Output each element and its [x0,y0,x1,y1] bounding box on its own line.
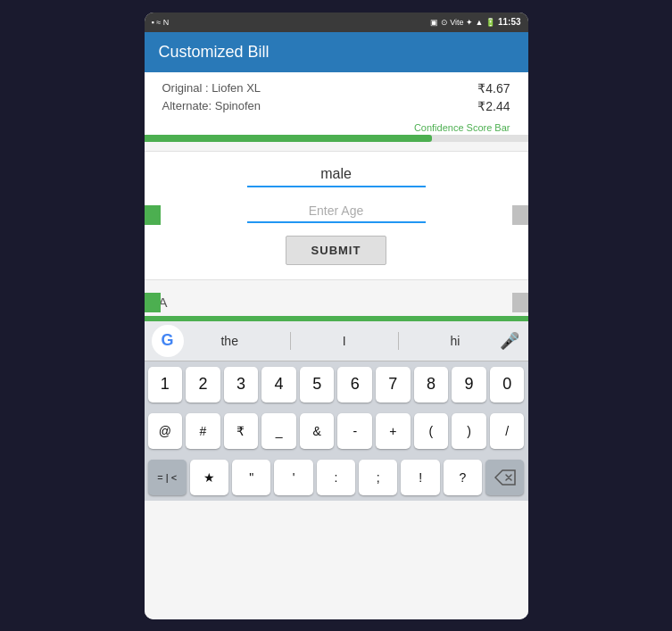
key-2[interactable]: 2 [186,367,220,403]
symbols-row-2: = | < ★ " ' : ; ! ? [145,454,528,501]
alternate-label: Alternate: Spinofen [162,99,261,112]
form-section: male SUBMIT [145,151,528,280]
left-bar-indicator [145,205,161,225]
status-icons: ▣ ⊙ Vite ✦ ▲ 🔋 [430,18,495,27]
a-green-bar [145,293,161,312]
confidence-label: Confidence Score Bar [414,122,510,133]
key-hash[interactable]: # [186,413,220,449]
alternate-price: ₹2.44 [477,99,510,113]
key-9[interactable]: 9 [452,367,486,403]
status-left-icons: ▪ ≈ N [152,18,170,27]
keyboard-suggestions: G the I hi 🎤 [145,321,528,361]
symbols-row-1: @ # ₹ _ & - + ( ) / [145,408,528,454]
suggestion-hi[interactable]: hi [442,330,469,352]
key-minus[interactable]: - [337,413,372,449]
key-3[interactable]: 3 [224,367,259,403]
original-row: Original : Liofen XL ₹4.67 [162,79,510,97]
status-time: 11:53 [498,17,521,27]
app-header: Customized Bill [145,32,528,72]
key-exclaim[interactable]: ! [401,460,439,495]
key-0[interactable]: 0 [490,367,525,403]
number-row: 1 2 3 4 5 6 7 8 9 0 [145,361,528,408]
phone-frame: ▪ ≈ N ▣ ⊙ Vite ✦ ▲ 🔋 11:53 Customized Bi… [145,12,528,619]
submit-button[interactable]: SUBMIT [286,236,387,265]
key-5[interactable]: 5 [300,367,335,403]
key-ampersand[interactable]: & [300,413,335,449]
mic-icon[interactable]: 🎤 [500,331,519,351]
keyboard: G the I hi 🎤 1 2 3 4 5 6 7 8 [145,321,528,501]
suggestion-words: the I hi [191,330,491,352]
status-bar-left: ▪ ≈ N [152,18,170,27]
a-right-bar [512,293,528,312]
key-open-paren[interactable]: ( [414,413,449,449]
age-input[interactable] [247,200,426,223]
progress-bar-fill [145,135,433,142]
original-price: ₹4.67 [477,81,510,95]
key-squote[interactable]: ' [274,460,312,495]
alternate-row: Alternate: Spinofen ₹2.44 [162,97,510,115]
confidence-label-row: Confidence Score Bar [145,122,528,135]
key-7[interactable]: 7 [376,367,411,403]
key-underscore[interactable]: _ [261,413,296,449]
key-8[interactable]: 8 [414,367,449,403]
status-bar-right: ▣ ⊙ Vite ✦ ▲ 🔋 11:53 [430,17,520,27]
key-dquote[interactable]: " [232,460,270,495]
key-question[interactable]: ? [444,460,482,495]
key-rupee[interactable]: ₹ [224,413,259,449]
suggestion-the[interactable]: the [212,330,246,352]
a-section: A [145,289,528,316]
key-colon[interactable]: : [317,460,355,495]
original-label: Original : Liofen XL [162,81,261,95]
key-6[interactable]: 6 [337,367,372,403]
key-slash[interactable]: / [490,413,525,449]
app-title: Customized Bill [159,43,270,61]
age-input-container [247,200,426,223]
status-bar: ▪ ≈ N ▣ ⊙ Vite ✦ ▲ 🔋 11:53 [145,12,528,32]
key-4[interactable]: 4 [261,367,296,403]
gender-display: male [247,166,426,187]
key-semicolon[interactable]: ; [359,460,397,495]
suggestion-divider-1 [290,332,291,350]
suggestion-divider-2 [398,332,399,350]
key-1[interactable]: 1 [148,367,183,403]
key-backspace[interactable] [485,460,524,495]
key-star[interactable]: ★ [190,460,228,495]
content-area: male SUBMIT A G the I [145,142,528,619]
key-close-paren[interactable]: ) [452,413,486,449]
bill-section: Original : Liofen XL ₹4.67 Alternate: Sp… [145,72,528,122]
progress-bar-container [145,135,528,142]
key-plus[interactable]: + [376,413,411,449]
right-bar-indicator [512,205,528,225]
key-at[interactable]: @ [148,413,183,449]
suggestion-i[interactable]: I [334,330,355,352]
google-logo: G [152,325,184,357]
key-abc[interactable]: = | < [148,460,187,495]
